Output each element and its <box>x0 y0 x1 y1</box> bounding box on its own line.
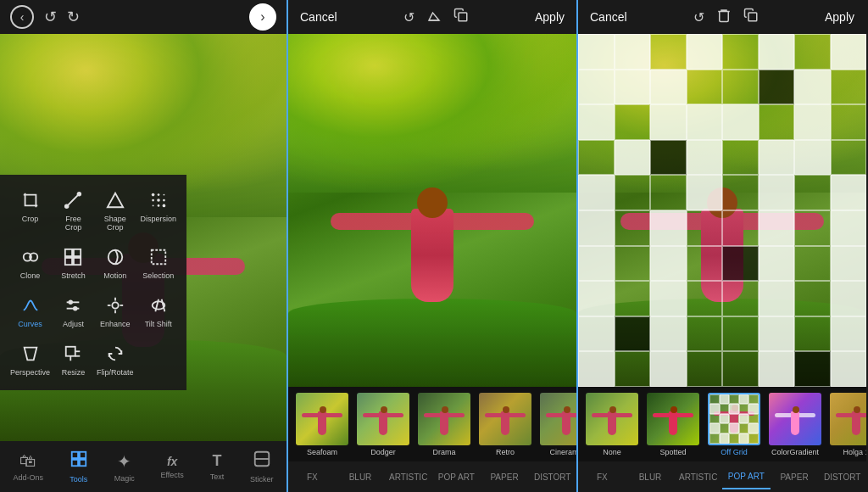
mini-girl-retro <box>495 406 515 437</box>
filter-img-dodger <box>357 393 409 445</box>
filter-holga[interactable]: Holga 1 <box>827 393 866 456</box>
tool-tilt-shift[interactable]: Tilt Shift <box>136 288 180 333</box>
tool-motion[interactable]: Motion <box>93 240 137 285</box>
tool-free-crop[interactable]: Free Crop <box>53 183 93 237</box>
clone-label: Clone <box>20 271 41 280</box>
cancel-button-3[interactable]: Cancel <box>590 10 627 24</box>
back-button[interactable]: ‹ <box>10 5 34 29</box>
filter-color-gradient[interactable]: ColorGradient <box>766 393 824 456</box>
grid-cell <box>615 351 651 387</box>
enhance-icon <box>103 294 127 317</box>
filter-spotted-label: Spotted <box>659 448 686 456</box>
tool-clone[interactable]: Clone <box>7 240 53 285</box>
dispersion-icon <box>147 188 170 212</box>
apply-button-2[interactable]: Apply <box>535 10 565 24</box>
grid-cell <box>759 351 795 387</box>
tab-paper-2[interactable]: PAPER <box>481 466 529 489</box>
undo-icon-2[interactable]: ↺ <box>403 9 415 25</box>
photo-background-2 <box>288 34 576 387</box>
undo-button[interactable]: ↺ <box>44 8 57 26</box>
bottom-tool-effects[interactable]: fx Effects <box>161 455 184 479</box>
bottom-tool-tools[interactable]: Tools <box>70 450 88 484</box>
tool-enhance[interactable]: Enhance <box>93 288 137 333</box>
grid-cell <box>578 210 615 246</box>
svg-rect-14 <box>65 249 72 256</box>
grid-cell <box>722 140 759 176</box>
action-bar-3: Cancel ↺ Apply <box>578 0 866 34</box>
svg-point-24 <box>112 302 118 308</box>
effects-label: Effects <box>161 471 184 479</box>
tab-pop-art-3[interactable]: POP ART <box>722 465 771 489</box>
tool-dispersion[interactable]: Dispersion <box>136 183 180 237</box>
tool-selection[interactable]: Selection <box>136 240 180 285</box>
grid-cell <box>615 246 651 282</box>
filter-seafoam-label: Seafoam <box>307 448 337 456</box>
filter-none-label: None <box>603 448 621 456</box>
shape-crop-icon <box>103 188 127 212</box>
copy-icon-2[interactable] <box>453 8 469 26</box>
cancel-button-2[interactable]: Cancel <box>300 10 337 24</box>
tool-flip-rotate[interactable]: Flip/Rotate <box>93 337 137 382</box>
free-crop-label: Free Crop <box>57 215 90 232</box>
filter-none[interactable]: None <box>583 393 641 456</box>
crop-label: Crop <box>22 215 39 223</box>
svg-point-7 <box>157 198 160 202</box>
text-icon: T <box>212 452 221 470</box>
tool-resize[interactable]: Resize <box>53 337 93 382</box>
filter-cinerama[interactable]: Cinerama <box>537 393 576 456</box>
grid-cell <box>722 246 759 282</box>
grid-cell <box>722 34 759 70</box>
filter-img-holga <box>830 393 866 445</box>
filter-img-cinerama <box>540 393 576 445</box>
svg-point-8 <box>163 199 165 202</box>
grid-cell <box>722 70 759 105</box>
undo-icon-3[interactable]: ↺ <box>693 9 704 25</box>
tool-curves[interactable]: Curves <box>7 288 53 333</box>
tab-distort-3[interactable]: DISTORT <box>818 466 866 489</box>
filter-seafoam[interactable]: Seafoam <box>293 393 351 456</box>
tab-fx-3[interactable]: FX <box>578 466 626 489</box>
bottom-tool-sticker[interactable]: Sticker <box>250 450 274 484</box>
tab-pop-art-2[interactable]: POP ART <box>432 466 481 489</box>
tool-crop[interactable]: Crop <box>7 183 53 237</box>
svg-point-11 <box>162 204 165 208</box>
erase-icon-2[interactable] <box>426 8 442 26</box>
tool-stretch[interactable]: Stretch <box>53 240 93 285</box>
grid-cell <box>615 140 651 176</box>
grid-cell <box>615 104 651 140</box>
copy-icon-3[interactable] <box>743 8 759 26</box>
apply-button-3[interactable]: Apply <box>825 10 854 24</box>
redo-button[interactable]: ↻ <box>67 8 80 26</box>
grid-cell <box>650 140 687 176</box>
tab-distort-2[interactable]: DISTORT <box>528 466 576 489</box>
filter-spotted[interactable]: Spotted <box>644 393 702 456</box>
bottom-tool-text[interactable]: T Text <box>210 452 225 481</box>
bottom-tool-addons[interactable]: 🛍 Add-Ons <box>13 451 43 482</box>
filter-dodger[interactable]: Dodger <box>354 393 412 456</box>
tab-paper-3[interactable]: PAPER <box>771 466 819 489</box>
tool-adjust[interactable]: Adjust <box>53 288 93 333</box>
tab-blur-2[interactable]: BLUR <box>337 466 385 489</box>
svg-rect-43 <box>748 13 757 21</box>
tab-artistic-2[interactable]: ARTISTIC <box>384 466 432 489</box>
grid-cell <box>687 316 723 352</box>
mini-girl-seafoam <box>312 406 332 437</box>
mini-girl-none <box>602 406 622 437</box>
grid-cell <box>578 104 615 140</box>
filter-cg-label: ColorGradient <box>771 448 819 456</box>
tab-fx-2[interactable]: FX <box>288 466 337 489</box>
tab-blur-3[interactable]: BLUR <box>626 466 675 489</box>
filter-drama[interactable]: Drama <box>415 393 473 456</box>
grid-cell <box>687 351 723 387</box>
tab-artistic-3[interactable]: ARTISTIC <box>674 466 722 489</box>
girl-figure-2 <box>381 187 483 323</box>
tool-shape-crop[interactable]: Shape Crop <box>93 183 137 237</box>
filter-retro[interactable]: Retro <box>476 393 534 456</box>
photo-area-2 <box>288 34 576 387</box>
filter-off-grid[interactable]: Off Grid <box>705 393 763 456</box>
perspective-icon <box>19 342 42 366</box>
next-button[interactable]: › <box>249 3 276 31</box>
bottom-tool-magic[interactable]: ✦ Magic <box>114 451 135 483</box>
erase-icon-3[interactable] <box>716 8 732 26</box>
tool-perspective[interactable]: Perspective <box>7 337 53 382</box>
